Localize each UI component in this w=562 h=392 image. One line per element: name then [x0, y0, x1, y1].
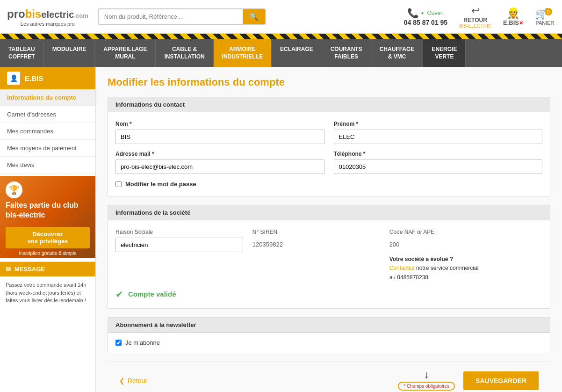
retour-group[interactable]: ↩ RETOUR BIS-ELECTRIC — [459, 5, 491, 29]
contact-section: Informations du contact Nom * Prénom * A… — [108, 97, 550, 196]
naf-group: Code NAF or APE 200 Votre société a évol… — [389, 229, 542, 282]
nav-appareillage[interactable]: APPAREILLAGEMURAL — [95, 39, 156, 67]
nav-chauffage[interactable]: CHAUFFAGE& VMC — [371, 39, 424, 67]
logo-sub: Les autres marques pro — [21, 21, 75, 27]
required-wrapper: ↓ * Champs obligatoires — [398, 369, 455, 392]
stripe-decoration — [0, 34, 562, 39]
ebis-label: E.BIS✕ — [503, 19, 523, 26]
sidebar-link-paiement[interactable]: Mes moyens de paiement — [0, 140, 95, 156]
retour-sub: BIS-ELECTRIC — [459, 23, 491, 29]
prenom-input[interactable] — [334, 130, 543, 144]
societe-section: Informations de la société Raison Social… — [108, 205, 550, 309]
phone-number: 04 85 87 01 95 — [404, 19, 447, 26]
tel-input[interactable] — [334, 160, 543, 174]
required-note: * Champs obligatoires — [398, 382, 455, 391]
message-body: Passez votre commande avant 14h (hors we… — [0, 276, 95, 309]
contact-section-body: Nom * Prénom * Adresse mail * Téléphone … — [108, 112, 550, 196]
nom-input[interactable] — [115, 130, 324, 144]
evolve-text: Votre société a évolué ? Contactez notre… — [389, 255, 542, 282]
save-button[interactable]: SAUVEGARDER — [463, 371, 539, 390]
raison-input[interactable] — [115, 238, 243, 252]
cart-group[interactable]: 🛒0 PANIER — [535, 8, 555, 26]
password-checkbox-label: Modifier le mot de passe — [125, 181, 196, 188]
sidebar-item-devis[interactable]: Mes devis — [0, 157, 95, 174]
logo-text: probiselectric.com — [7, 7, 88, 21]
promo-badge: 🏆 — [6, 181, 22, 198]
search-input[interactable] — [99, 9, 243, 24]
sidebar-link-commandes[interactable]: Mes commandes — [0, 123, 95, 139]
check-icon: ✔ — [115, 289, 123, 300]
contact-section-header: Informations du contact — [108, 97, 550, 112]
nom-prenom-row: Nom * Prénom * — [115, 121, 542, 144]
password-checkbox-row: Modifier le mot de passe — [115, 181, 542, 188]
sidebar-message: ✉ MESSAGE Passez votre commande avant 14… — [0, 261, 95, 309]
sidebar-link-devis[interactable]: Mes devis — [0, 157, 95, 173]
page-title: Modifier les informations du compte — [108, 76, 550, 88]
sidebar-link-carnet[interactable]: Carnet d'adresses — [0, 106, 95, 123]
footer-right: ↓ * Champs obligatoires SAUVEGARDER — [398, 369, 539, 392]
nav-energie[interactable]: ENERGIEVERTE — [423, 39, 466, 67]
nav-eclairage[interactable]: ECLAIRAGE — [272, 39, 322, 67]
sidebar-link-info[interactable]: Informations du compte — [0, 89, 95, 106]
siren-group: N° SIREN 120359822 — [252, 229, 380, 282]
nom-label: Nom * — [115, 121, 324, 127]
search-button[interactable]: 🔍 — [243, 9, 265, 24]
prenom-label: Prénom * — [334, 121, 543, 127]
siren-value: 120359822 — [252, 238, 380, 251]
promo-title: Faites partie du club bis-electric — [6, 201, 90, 220]
sidebar-item-commandes[interactable]: Mes commandes — [0, 123, 95, 140]
nav-armoire[interactable]: ARMOIREINDUSTRIELLE — [214, 39, 272, 67]
sidebar-item-info[interactable]: Informations du compte — [0, 89, 95, 106]
envelope-icon: ✉ — [6, 266, 11, 273]
newsletter-label: Je m'abonne — [125, 339, 160, 346]
email-input[interactable] — [115, 160, 324, 174]
sidebar-item-carnet[interactable]: Carnet d'adresses — [0, 106, 95, 123]
newsletter-row: Je m'abonne — [108, 333, 550, 353]
compte-valide-text: Compte validé — [128, 290, 176, 298]
raison-group: Raison Sociale — [115, 229, 243, 282]
newsletter-header: Abonnement à la newsletter — [108, 318, 550, 333]
promo-sub: Inscription gratuite & simple — [6, 251, 90, 256]
email-group: Adresse mail * — [115, 151, 324, 174]
newsletter-checkbox[interactable] — [115, 340, 122, 346]
societe-top-row: Raison Sociale N° SIREN 120359822 Code N… — [115, 229, 542, 282]
societe-section-body: Raison Sociale N° SIREN 120359822 Code N… — [108, 220, 550, 308]
nav-tableau[interactable]: TABLEAUCOFFRET — [0, 39, 44, 67]
societe-section-header: Informations de la société — [108, 205, 550, 220]
contactez-link[interactable]: Contactez — [389, 265, 415, 271]
cart-label: PANIER — [535, 20, 554, 26]
footer-bar: ❮ Retour ↓ * Champs obligatoires SAUVEGA… — [108, 362, 550, 392]
password-checkbox[interactable] — [115, 181, 122, 187]
arrow-down-icon: ↓ — [424, 369, 429, 381]
content-area: Modifier les informations du compte Info… — [96, 67, 562, 392]
nav-courants[interactable]: COURANTSFAIBLES — [322, 39, 371, 67]
email-label: Adresse mail * — [115, 151, 324, 157]
sidebar-promo: 🏆 Faites partie du club bis-electric Déc… — [0, 176, 95, 258]
naf-label: Code NAF or APE — [389, 229, 542, 235]
sidebar-item-paiement[interactable]: Mes moyens de paiement — [0, 140, 95, 157]
user-icon: 👤 — [7, 72, 20, 85]
message-header: ✉ MESSAGE — [0, 262, 95, 276]
header: probiselectric.com Les autres marques pr… — [0, 0, 562, 34]
naf-value: 200 — [389, 238, 542, 251]
tel-label: Téléphone * — [334, 151, 543, 157]
header-icons: 📞 ●Ouvert 04 85 87 01 95 ↩ RETOUR BIS-EL… — [404, 5, 555, 29]
tel-group: Téléphone * — [334, 151, 543, 174]
promo-button[interactable]: Découvrezvos privilèges — [6, 227, 90, 248]
sidebar-user-label: E.BIS — [25, 74, 43, 82]
ebis-group[interactable]: 👷 E.BIS✕ — [503, 7, 523, 26]
main-nav: TABLEAUCOFFRET MODULAIRE APPAREILLAGEMUR… — [0, 39, 562, 67]
main-layout: 👤 E.BIS Informations du compte Carnet d'… — [0, 67, 562, 392]
raison-label: Raison Sociale — [115, 229, 243, 235]
nav-cable[interactable]: CABLE &INSTALLATION — [156, 39, 213, 67]
newsletter-section: Abonnement à la newsletter Je m'abonne — [108, 317, 550, 353]
search-bar[interactable]: 🔍 — [98, 8, 266, 25]
email-tel-row: Adresse mail * Téléphone * — [115, 151, 542, 174]
validated-row: ✔ Compte validé — [115, 289, 542, 300]
logo: probiselectric.com Les autres marques pr… — [7, 7, 88, 27]
prenom-group: Prénom * — [334, 121, 543, 144]
back-arrow-icon: ❮ — [119, 377, 125, 385]
back-link[interactable]: ❮ Retour — [119, 377, 147, 385]
nav-modulaire[interactable]: MODULAIRE — [44, 39, 95, 67]
retour-label: RETOUR — [463, 17, 487, 23]
